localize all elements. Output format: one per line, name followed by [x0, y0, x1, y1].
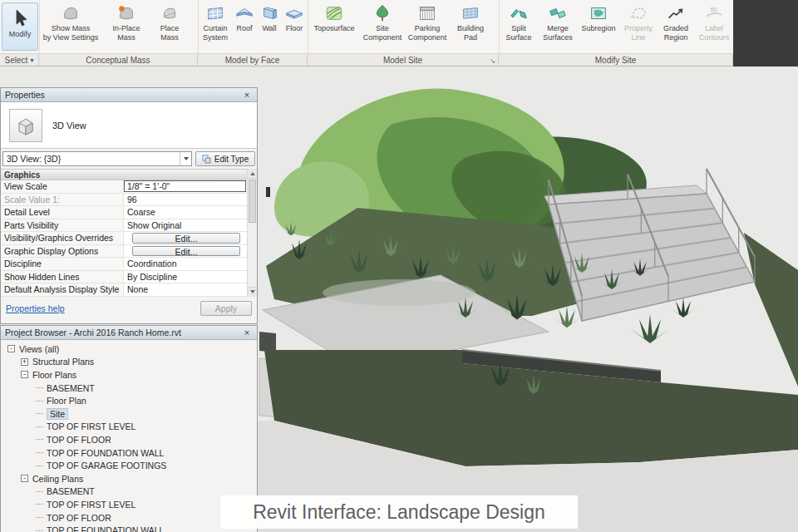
tree-item-ceiling-top-of-foundation-wall[interactable]: TOP OF FOUNDATION WALL [1, 524, 257, 532]
inplace-mass-icon [116, 3, 136, 23]
toposurface-icon [324, 3, 344, 23]
inplace-mass-button[interactable]: In-Place Mass [104, 2, 149, 42]
property-row: Scale Value 1: 96 [1, 194, 257, 207]
expander-minus-icon[interactable]: - [7, 345, 15, 352]
parts-visibility-value[interactable]: Show Original [124, 219, 247, 232]
scrollbar-thumb[interactable] [249, 180, 256, 223]
tree-branch-line [36, 439, 43, 440]
discipline-value[interactable]: Coordination [124, 258, 247, 270]
ribbon-panel-labels: Select ▾ Conceptual Mass Model by Face M… [0, 53, 733, 66]
property-row: Parts Visibility Show Original [1, 219, 257, 233]
edit-type-icon [202, 155, 211, 164]
building-pad-button[interactable]: Building Pad [450, 2, 491, 42]
tree-branch-line [36, 466, 43, 466]
edit-type-button[interactable]: Edit Type [195, 151, 255, 166]
tree-item-top-of-first-level[interactable]: TOP OF FIRST LEVEL [1, 421, 257, 434]
floor-button[interactable]: Floor [282, 2, 307, 33]
tree-branch-line [36, 452, 43, 453]
apply-button[interactable]: Apply [200, 301, 252, 316]
scroll-up-icon[interactable] [248, 169, 257, 179]
tree-item-ceiling-top-of-first-level[interactable]: TOP OF FIRST LEVEL [1, 498, 257, 511]
view-type-name: 3D View [52, 121, 86, 131]
detail-level-value[interactable]: Coarse [124, 206, 247, 219]
expander-minus-icon[interactable]: - [21, 475, 28, 482]
modify-site-panel-label: Modify Site [499, 54, 733, 66]
panel-launcher-icon[interactable]: ↘ [490, 57, 495, 65]
combo-dropdown-icon[interactable] [180, 152, 191, 165]
properties-scrollbar[interactable] [247, 169, 257, 297]
scroll-down-icon[interactable] [248, 287, 257, 297]
label-contours-button[interactable]: 50 Label Contours [697, 2, 732, 42]
mass-icon [61, 3, 81, 23]
tree-branch-line [36, 530, 43, 531]
tree-item-ceiling-top-of-floor[interactable]: TOP OF FLOOR [1, 511, 257, 525]
floor-icon [284, 3, 304, 23]
project-browser-title: Project Browser - Archi 2016 Ranch Home.… [5, 328, 181, 337]
dropdown-arrow-icon: ▾ [30, 57, 33, 64]
tree-item-ceiling-basement[interactable]: BASEMENT [1, 485, 257, 499]
type-selector[interactable]: 3D View [1, 102, 257, 149]
split-surface-button[interactable]: Split Surface [500, 2, 538, 42]
view-scale-value[interactable]: 1/8" = 1'-0" [124, 180, 246, 192]
wall-button[interactable]: Wall [257, 2, 282, 33]
graded-region-icon [666, 3, 686, 23]
property-row: Detail Level Coarse [1, 206, 257, 219]
toposurface-button[interactable]: Toposurface [308, 2, 360, 33]
tree-item-views-all[interactable]: - Views (all) [1, 342, 257, 356]
site-component-button[interactable]: Site Component [360, 2, 405, 42]
selected-view[interactable]: Site [47, 408, 68, 420]
expander-minus-icon[interactable]: - [21, 371, 28, 378]
property-line-button[interactable]: Property Line [619, 2, 658, 42]
properties-title: Properties [5, 90, 45, 100]
view-selector-combo[interactable]: 3D View: {3D} [2, 151, 192, 166]
tree-item-ceiling-plans[interactable]: - Ceiling Plans [1, 472, 257, 485]
subregion-button[interactable]: Subregion [578, 2, 619, 33]
tree-item-top-of-foundation-wall[interactable]: TOP OF FOUNDATION WALL [1, 446, 257, 460]
tree-item-floor-plans[interactable]: - Floor Plans [1, 368, 257, 382]
tree-item-top-of-garage-footings[interactable]: TOP OF GARAGE FOOTINGS [1, 459, 257, 472]
parking-component-button[interactable]: Parking Component [405, 2, 450, 42]
wall-icon [259, 3, 279, 23]
parking-component-icon [417, 3, 437, 23]
place-mass-button[interactable]: Place Mass [149, 2, 190, 42]
show-mass-button[interactable]: Show Mass by View Settings [40, 2, 101, 42]
tree-branch-line [36, 413, 43, 414]
curtain-system-button[interactable]: Curtain System [199, 2, 232, 42]
graded-region-button[interactable]: Graded Region [658, 2, 694, 42]
tree-item-site[interactable]: Site [1, 407, 257, 421]
graphics-section-header[interactable]: Graphics [1, 169, 257, 180]
tree-branch-line [36, 504, 43, 505]
close-icon[interactable]: × [241, 90, 253, 100]
analysis-display-value[interactable]: None [124, 283, 247, 296]
tree-branch-line [36, 387, 43, 388]
model-site-panel-label: Model Site ↘ [308, 54, 499, 66]
merge-surfaces-icon [548, 3, 568, 23]
roof-button[interactable]: Roof [232, 2, 257, 33]
select-panel-label[interactable]: Select ▾ [0, 54, 39, 66]
properties-help-link[interactable]: Properties help [6, 303, 65, 313]
place-mass-icon [160, 3, 180, 23]
conceptual-mass-panel-label: Conceptual Mass [39, 54, 198, 66]
tree-item-structural-plans[interactable]: + Structural Plans [1, 356, 257, 369]
show-hidden-lines-value[interactable]: By Discipline [124, 271, 247, 283]
visibility-overrides-edit-button[interactable]: Edit... [132, 233, 240, 244]
property-row: Show Hidden Lines By Discipline [1, 271, 257, 284]
tree-item-top-of-floor[interactable]: TOP OF FLOOR [1, 433, 257, 446]
tree-branch-line [36, 517, 43, 518]
property-row: Visibility/Graphics Overrides Edit... [1, 232, 257, 245]
modify-button[interactable]: Modify [2, 2, 38, 51]
graphic-display-edit-button[interactable]: Edit... [132, 246, 240, 257]
cursor-icon [9, 7, 31, 29]
project-browser-title-bar[interactable]: Project Browser - Archi 2016 Ranch Home.… [1, 326, 257, 340]
properties-title-bar[interactable]: Properties × [1, 88, 257, 102]
scale-value[interactable]: 96 [124, 194, 247, 206]
merge-surfaces-button[interactable]: Merge Surfaces [538, 2, 578, 42]
tree-item-floor-plan[interactable]: Floor Plan [1, 394, 257, 407]
tree-item-basement[interactable]: BASEMENT [1, 382, 257, 395]
property-line-icon [628, 3, 648, 23]
expander-plus-icon[interactable]: + [21, 358, 28, 366]
model-by-face-panel-label: Model by Face [198, 54, 308, 66]
label-contours-icon: 50 [704, 3, 724, 23]
ribbon-overflow-area [733, 0, 798, 66]
close-icon[interactable]: × [241, 328, 253, 337]
